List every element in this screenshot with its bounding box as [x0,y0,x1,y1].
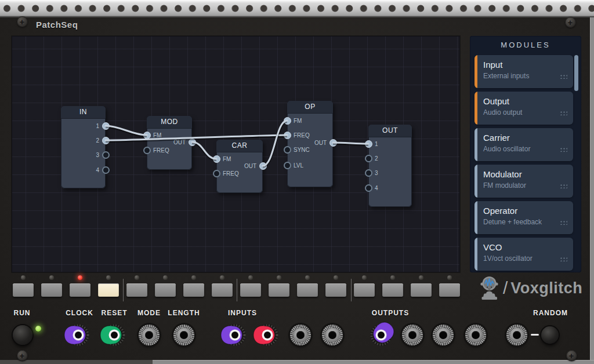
port-out[interactable] [259,162,267,170]
step-button-3[interactable] [70,283,90,297]
step-button-14[interactable] [382,283,403,297]
graph-node-op[interactable]: OPFMFREQSYNCLVLOUT [287,101,333,187]
screw-icon: + [17,350,28,361]
random-jack[interactable] [506,325,527,345]
port-4[interactable] [365,184,372,192]
drag-handle-icon[interactable] [560,257,567,261]
step-button-8[interactable] [212,283,233,297]
module-card-vco[interactable]: VCO1V/oct oscillator [475,238,573,271]
port-label: FM [153,132,161,139]
port-lvl[interactable] [284,162,291,169]
patch-cable[interactable] [106,126,147,135]
module-card-subtitle: Audio oscillator [483,145,530,153]
port-3[interactable] [102,151,110,159]
output-3-jack[interactable] [433,325,454,345]
port-freq[interactable] [213,170,220,177]
step-button-16[interactable] [439,283,460,297]
patch-cable[interactable] [263,121,287,166]
step-led-3 [78,275,82,280]
module-card-output[interactable]: OutputAudio output [475,92,573,125]
input-4-jack[interactable] [322,325,343,345]
clock-jack[interactable] [60,321,94,352]
vertical-scrollbar-thumb[interactable] [590,17,594,360]
mode-jack[interactable] [139,325,160,345]
port-sync[interactable] [284,146,291,154]
random-knob[interactable] [541,326,559,344]
length-jack[interactable] [173,325,194,345]
port-label: FREQ [294,132,310,139]
port-freq[interactable] [284,132,291,139]
port-label: FREQ [153,147,169,154]
module-card-title: Modulator [483,169,522,179]
port-out[interactable] [329,139,337,147]
step-button-7[interactable] [183,283,204,297]
graph-node-mod[interactable]: MODFMFREQOUT [147,116,192,170]
port-2[interactable] [365,155,372,162]
step-button-5[interactable] [126,283,147,297]
step-button-6[interactable] [155,283,176,297]
input-2-jack[interactable] [249,321,283,352]
port-1[interactable] [365,140,372,148]
port-fm[interactable] [284,117,291,125]
port-2[interactable] [102,137,110,144]
control-label-length: LENGTH [168,309,200,317]
port-fm[interactable] [143,132,151,139]
port-label: OUT [244,162,256,170]
patch-cable[interactable] [333,143,368,144]
module-card-subtitle: External inputs [483,72,529,80]
port-out[interactable] [189,139,196,146]
module-card-operator[interactable]: OperatorDetune + feedback [475,201,573,234]
run-button[interactable] [13,325,32,345]
step-led-9 [248,275,253,280]
patch-graph-panel[interactable]: IN1234MODFMFREQOUTCARFMFREQOUTOPFMFREQSY… [12,36,460,272]
graph-node-in[interactable]: IN1234 [61,106,106,188]
module-card-input[interactable]: InputExternal inputs [475,55,573,88]
graph-node-car[interactable]: CARFMFREQOUT [216,140,263,193]
port-3[interactable] [365,169,372,177]
output-1-jack[interactable] [363,321,397,352]
step-button-12[interactable] [325,283,346,297]
drag-handle-icon[interactable] [560,74,567,79]
sidebar-header: MODULES [470,41,581,49]
port-freq[interactable] [143,147,151,154]
run-led [35,326,41,332]
vertical-scrollbar[interactable] [590,17,594,360]
module-card-title: VCO [483,242,502,252]
step-button-10[interactable] [269,283,289,297]
screw-icon: + [565,17,576,28]
step-button-13[interactable] [354,283,375,297]
graph-node-out[interactable]: OUT1234 [368,125,412,207]
port-4[interactable] [102,166,110,174]
reset-jack[interactable] [96,321,130,352]
horizontal-scrollbar-thumb[interactable] [153,360,594,364]
step-button-1[interactable] [13,283,34,297]
output-4-jack[interactable] [465,325,486,345]
step-led-10 [277,275,281,280]
module-card-carrier[interactable]: CarrierAudio oscillator [475,128,573,161]
module-card-accent [475,201,477,234]
port-label: LVL [294,162,303,169]
drag-handle-icon[interactable] [560,220,567,225]
step-button-4[interactable] [98,283,119,297]
output-2-jack[interactable] [402,325,423,345]
step-button-2[interactable] [41,283,62,297]
port-label: 2 [96,137,99,144]
port-fm[interactable] [213,155,220,163]
drag-handle-icon[interactable] [560,184,567,188]
sidebar-scrollbar-thumb[interactable] [574,55,578,91]
patch-cable[interactable] [192,142,216,159]
step-button-11[interactable] [297,283,318,297]
module-card-modulator[interactable]: ModulatorFM modulator [475,165,573,198]
step-button-9[interactable] [240,283,261,297]
input-1-jack[interactable] [217,321,251,352]
drag-handle-icon[interactable] [560,111,567,115]
drag-handle-icon[interactable] [560,147,567,152]
port-1[interactable] [102,122,110,130]
step-led-1 [21,275,26,280]
horizontal-scrollbar[interactable] [0,360,594,364]
step-button-15[interactable] [411,283,432,297]
rack-rail [0,0,594,17]
input-3-jack[interactable] [290,325,311,345]
port-label: 3 [375,169,378,177]
step-led-7 [191,275,196,280]
